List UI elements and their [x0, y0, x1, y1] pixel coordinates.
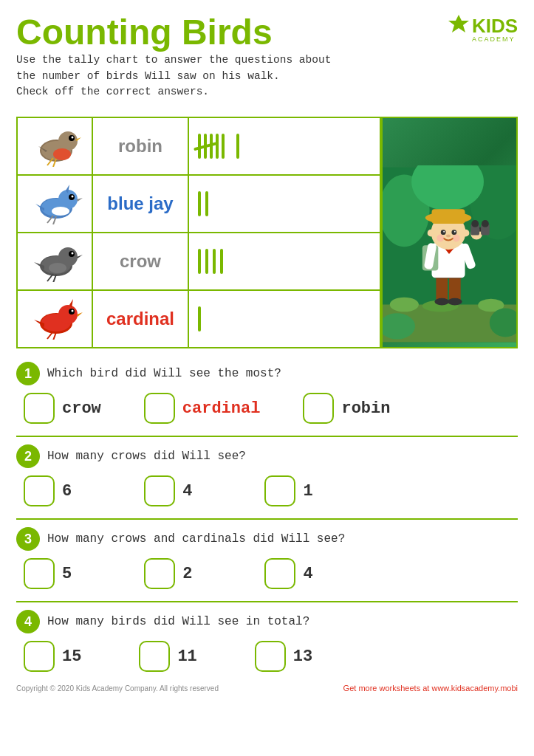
svg-point-23 — [72, 310, 74, 312]
svg-point-34 — [434, 298, 449, 306]
answer-label-robin: robin — [341, 399, 390, 418]
question-2: 2 How many crows did Will see? 6 4 1 — [16, 444, 518, 506]
question-2-number: 2 — [16, 444, 40, 468]
question-3-text: How many crows and cardinals did Will se… — [47, 532, 345, 546]
crow-icon — [25, 238, 84, 282]
bird-image-bluejay — [17, 175, 92, 233]
svg-point-3 — [58, 131, 78, 151]
bird-name-bluejay: blue jay — [92, 175, 188, 233]
question-1-answers: crow cardinal robin — [16, 393, 518, 424]
svg-point-58 — [437, 235, 444, 242]
answer-label-15: 15 — [62, 647, 81, 666]
answer-label-11: 11 — [177, 647, 196, 666]
checkbox-cardinal[interactable] — [144, 393, 175, 424]
question-4-header: 4 How many birds did Will see in total? — [16, 610, 518, 633]
question-2-answers: 6 4 1 — [16, 475, 518, 506]
answer-option: 13 — [255, 641, 312, 672]
tally-cardinal — [188, 290, 380, 348]
boy-illustration-cell — [381, 117, 518, 348]
checkbox-4[interactable] — [144, 475, 175, 506]
logo: KIDS ACADEMY — [448, 13, 518, 46]
footer-copyright: Copyright © 2020 Kids Academy Company. A… — [16, 684, 219, 693]
background-illustration — [383, 165, 516, 344]
answer-label-2: 2 — [182, 565, 192, 583]
question-3: 3 How many crows and cardinals did Will … — [16, 527, 518, 589]
table-row: crow — [17, 233, 380, 290]
bird-image-robin — [17, 117, 92, 175]
question-4-text: How many birds did Will see in total? — [47, 615, 309, 628]
table-row: cardinal — [17, 290, 380, 348]
answer-option: crow — [24, 393, 101, 424]
tally-table: robin — [16, 117, 381, 348]
checkbox-11[interactable] — [139, 641, 170, 672]
checkbox-1[interactable] — [264, 475, 295, 506]
answer-label-4: 4 — [182, 482, 192, 501]
checkbox-crow[interactable] — [24, 393, 55, 424]
answer-option: 5 — [24, 558, 72, 589]
divider — [16, 601, 518, 602]
question-1: 1 Which bird did Will see the most? crow… — [16, 362, 518, 424]
logo-star-icon — [448, 13, 469, 43]
answer-option: 1 — [264, 475, 312, 506]
answer-label-crow: crow — [62, 399, 101, 418]
divider — [16, 436, 518, 437]
answer-option: cardinal — [144, 393, 261, 424]
question-1-text: Which bird did Will see the most? — [47, 367, 281, 380]
svg-point-59 — [453, 235, 460, 242]
bird-image-crow — [17, 233, 92, 290]
svg-point-4 — [53, 148, 71, 160]
svg-point-21 — [58, 305, 78, 324]
answer-option: 6 — [24, 475, 72, 506]
logo-kids-text: KIDS — [472, 16, 518, 35]
answer-option: 4 — [264, 558, 312, 589]
checkbox-13[interactable] — [255, 641, 286, 672]
question-4-number: 4 — [16, 610, 40, 633]
answer-label-5: 5 — [62, 565, 72, 583]
svg-point-52 — [451, 230, 456, 235]
page-header: Counting Birds Use the tally chart to an… — [16, 13, 518, 111]
question-1-number: 1 — [16, 362, 40, 385]
svg-point-6 — [72, 137, 74, 139]
svg-point-54 — [454, 231, 456, 233]
answer-option: robin — [303, 393, 390, 424]
svg-rect-50 — [432, 209, 465, 224]
svg-point-16 — [49, 263, 66, 273]
svg-point-47 — [482, 220, 489, 227]
svg-marker-0 — [448, 15, 469, 32]
answer-option: 11 — [139, 641, 196, 672]
answer-label-1: 1 — [303, 482, 312, 501]
robin-icon — [25, 123, 84, 167]
table-row: blue jay — [17, 175, 380, 233]
tally-robin — [188, 117, 380, 175]
table-row: robin — [17, 117, 380, 175]
checkbox-4b[interactable] — [264, 558, 295, 589]
page-footer: Copyright © 2020 Kids Academy Company. A… — [16, 684, 518, 693]
checkbox-5[interactable] — [24, 558, 55, 589]
bird-image-cardinal — [17, 290, 92, 348]
tally-section: robin — [16, 117, 518, 348]
question-3-number: 3 — [16, 527, 40, 551]
question-2-header: 2 How many crows did Will see? — [16, 444, 518, 468]
logo-academy-text: ACADEMY — [472, 35, 518, 43]
checkbox-robin[interactable] — [303, 393, 334, 424]
question-3-answers: 5 2 4 — [16, 558, 518, 589]
svg-point-35 — [448, 298, 462, 306]
answer-option: 4 — [144, 475, 192, 506]
subtitle-text: Use the tally chart to answer the questi… — [16, 52, 331, 100]
bird-name-robin: robin — [92, 117, 188, 175]
checkbox-2[interactable] — [144, 558, 175, 589]
questions-section: 1 Which bird did Will see the most? crow… — [16, 362, 518, 672]
checkbox-6[interactable] — [24, 475, 55, 506]
bird-name-crow: crow — [92, 233, 188, 290]
question-1-header: 1 Which bird did Will see the most? — [16, 362, 518, 385]
answer-label-cardinal: cardinal — [182, 399, 261, 418]
divider — [16, 518, 518, 520]
tally-crow — [188, 233, 380, 290]
tally-bluejay — [188, 175, 380, 233]
answer-label-6: 6 — [62, 482, 72, 501]
answer-label-4b: 4 — [303, 565, 312, 583]
svg-point-46 — [471, 220, 479, 227]
svg-rect-45 — [479, 227, 481, 232]
checkbox-15[interactable] — [24, 641, 55, 672]
svg-point-55 — [446, 235, 451, 238]
